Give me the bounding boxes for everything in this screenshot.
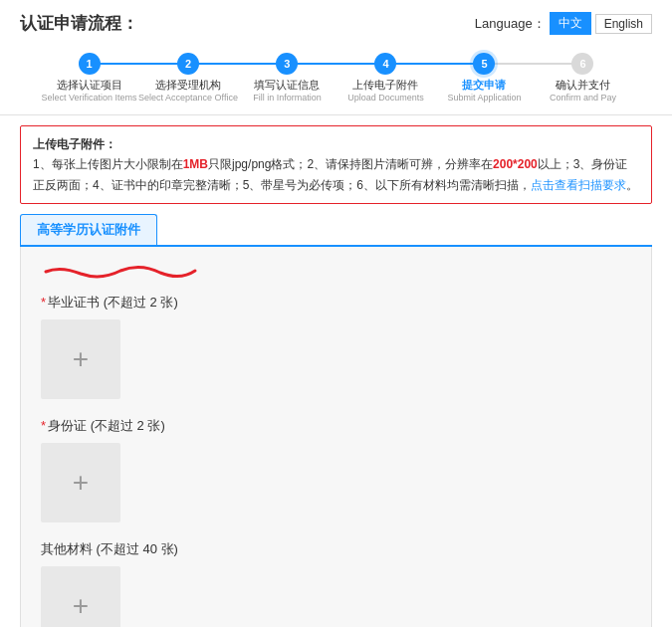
step-5-circle: 5	[473, 53, 495, 75]
step-4-label-en: Upload Documents	[347, 93, 424, 103]
step-3[interactable]: 3 填写认证信息 Fill in Information	[238, 53, 336, 103]
step-4-label-cn: 上传电子附件	[352, 78, 418, 93]
notice-resolution: 200*200	[493, 157, 538, 171]
notice-section-title: 上传电子附件：	[33, 137, 116, 151]
language-switcher: Language： 中文 English	[475, 12, 652, 35]
lang-en-button[interactable]: English	[595, 14, 652, 34]
step-6-label-en: Confirm and Pay	[550, 93, 616, 103]
page-wrapper: 认证申请流程： Language： 中文 English 1 选择认证项目 Se…	[0, 0, 672, 627]
step-5-label-en: Submit Application	[447, 93, 521, 103]
content-area: *毕业证书 (不超过 2 张) + *身份证 (不超过 2 张) + 其他材料 …	[20, 247, 652, 627]
step-1-label-en: Select Verification Items	[41, 93, 136, 103]
other-upload-section: 其他材料 (不超过 40 张) +	[41, 540, 631, 627]
step-2-label-cn: 选择受理机构	[155, 78, 221, 93]
lang-cn-button[interactable]: 中文	[550, 12, 591, 35]
other-upload-box[interactable]: +	[41, 566, 120, 627]
idcard-required-star: *	[41, 418, 46, 433]
step-2-label-en: Select Acceptance Office	[138, 93, 238, 103]
step-5-label-cn: 提交申请	[462, 78, 506, 93]
red-scribble	[41, 263, 200, 281]
tab-bar: 高等学历认证附件	[20, 214, 652, 247]
step-5[interactable]: 5 提交申请 Submit Application	[435, 53, 534, 103]
step-1-label-cn: 选择认证项目	[57, 78, 122, 93]
step-3-label-en: Fill in Information	[253, 93, 322, 103]
header: 认证申请流程： Language： 中文 English 1 选择认证项目 Se…	[0, 0, 672, 115]
diploma-plus-icon: +	[73, 345, 89, 373]
idcard-label: *身份证 (不超过 2 张)	[41, 417, 631, 435]
diploma-label: *毕业证书 (不超过 2 张)	[41, 294, 631, 312]
notice-text: 上传电子附件： 1、每张上传图片大小限制在1MB只限jpg/png格式；2、请保…	[33, 134, 639, 195]
diploma-upload-section: *毕业证书 (不超过 2 张) +	[41, 294, 631, 399]
idcard-upload-box[interactable]: +	[41, 443, 120, 522]
step-1-circle: 1	[79, 53, 101, 75]
step-3-circle: 3	[276, 53, 298, 75]
other-label: 其他材料 (不超过 40 张)	[41, 540, 631, 558]
page-title: 认证申请流程：	[20, 12, 138, 35]
tab-attachment[interactable]: 高等学历认证附件	[20, 214, 157, 245]
idcard-upload-section: *身份证 (不超过 2 张) +	[41, 417, 631, 522]
notice-link[interactable]: 点击查看扫描要求	[531, 178, 626, 192]
step-2[interactable]: 2 选择受理机构 Select Acceptance Office	[138, 53, 238, 103]
diploma-upload-box[interactable]: +	[41, 319, 120, 399]
step-3-label-cn: 填写认证信息	[254, 78, 320, 93]
step-6-circle: 6	[571, 53, 593, 75]
steps-container: 1 选择认证项目 Select Verification Items 2 选择受…	[20, 45, 652, 114]
step-6-label-cn: 确认并支付	[556, 78, 610, 93]
step-2-circle: 2	[177, 53, 199, 75]
idcard-plus-icon: +	[73, 469, 89, 497]
other-plus-icon: +	[73, 592, 89, 620]
step-4[interactable]: 4 上传电子附件 Upload Documents	[336, 53, 435, 103]
header-top: 认证申请流程： Language： 中文 English	[20, 12, 652, 35]
notice-box: 上传电子附件： 1、每张上传图片大小限制在1MB只限jpg/png格式；2、请保…	[20, 125, 652, 204]
diploma-required-star: *	[41, 295, 46, 310]
language-label: Language：	[475, 15, 546, 33]
notice-1mb: 1MB	[183, 157, 208, 171]
step-4-circle: 4	[374, 53, 396, 75]
step-1[interactable]: 1 选择认证项目 Select Verification Items	[40, 53, 138, 103]
step-6[interactable]: 6 确认并支付 Confirm and Pay	[534, 53, 632, 103]
